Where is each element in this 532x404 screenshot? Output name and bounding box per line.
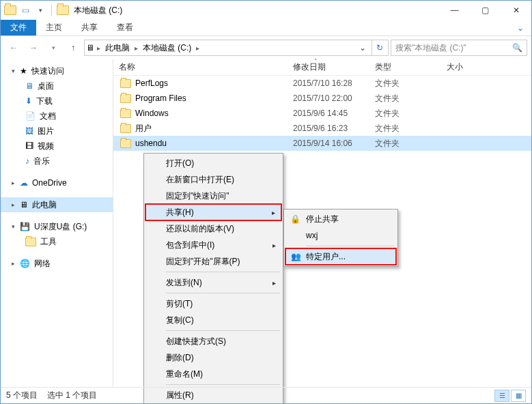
sidebar-onedrive[interactable]: ▸☁OneDrive — [1, 175, 113, 190]
file-type: 文件夹 — [369, 138, 441, 149]
ribbon-tabs: 文件 主页 共享 查看 ⌄ — [1, 20, 531, 36]
ctx-delete[interactable]: 删除(D) — [145, 349, 281, 366]
sidebar-music[interactable]: ♪音乐 — [1, 154, 113, 169]
col-date[interactable]: 修改日期 — [288, 61, 369, 73]
nav-pane: ▾★快速访问 🖥桌面 ⬇下载 📄文档 🖼图片 🎞视频 ♪音乐 ▸☁OneDriv… — [1, 59, 113, 387]
ctx-share-wxj[interactable]: wxj — [285, 227, 396, 244]
nav-up-icon[interactable]: ↑ — [64, 39, 82, 57]
chevron-right-icon[interactable]: ▸ — [97, 44, 100, 52]
folder-icon — [120, 79, 131, 88]
sort-indicator-icon: ˄ — [314, 58, 318, 65]
file-row[interactable]: PerfLogs2015/7/10 16:28文件夹 — [113, 76, 531, 91]
status-selection: 选中 1 个项目 — [47, 390, 97, 401]
view-large-button[interactable]: ▦ — [511, 390, 526, 402]
folder-icon — [120, 94, 131, 103]
ctx-stop-sharing[interactable]: 🔒停止共享 — [285, 211, 396, 227]
pc-icon: 🖥 — [86, 43, 94, 53]
search-icon[interactable]: 🔍 — [512, 43, 522, 53]
pc-icon: 🖥 — [20, 200, 28, 210]
column-headers: 名称 修改日期 类型 大小 — [113, 59, 531, 76]
crumb-drive[interactable]: 本地磁盘 (C:) — [141, 42, 193, 54]
ctx-restore-versions[interactable]: 还原以前的版本(V) — [145, 220, 281, 237]
col-name[interactable]: 名称 — [113, 61, 288, 73]
file-row[interactable]: Windows2015/9/6 14:45文件夹 — [113, 106, 531, 121]
video-icon: 🎞 — [25, 141, 33, 151]
col-type[interactable]: 类型 — [369, 61, 441, 73]
folder-icon — [120, 124, 131, 133]
star-icon: ★ — [20, 66, 27, 76]
folder-icon — [25, 237, 36, 246]
file-type: 文件夹 — [369, 78, 441, 89]
sidebar-network[interactable]: ▸🌐网络 — [1, 256, 113, 271]
sidebar-downloads[interactable]: ⬇下载 — [1, 93, 113, 109]
file-name: Program Files — [135, 93, 186, 103]
sidebar-desktop[interactable]: 🖥桌面 — [1, 78, 113, 93]
address-dropdown-icon[interactable]: ⌄ — [356, 43, 369, 53]
ctx-specific-people[interactable]: 👥特定用户... — [285, 248, 396, 265]
file-date: 2015/7/10 22:00 — [288, 93, 369, 103]
search-input[interactable]: 搜索"本地磁盘 (C:)" 🔍 — [391, 40, 527, 56]
tab-view[interactable]: 查看 — [107, 20, 143, 35]
file-name: 用户 — [135, 123, 152, 134]
file-name: Windows — [135, 109, 169, 118]
chevron-right-icon[interactable]: ▸ — [196, 44, 199, 52]
title-bar: ▭ ▾ 本地磁盘 (C:) — ▢ ✕ — [1, 1, 531, 20]
ctx-open[interactable]: 打开(O) — [145, 155, 281, 171]
chevron-right-icon[interactable]: ▸ — [135, 44, 138, 52]
ctx-copy[interactable]: 复制(C) — [145, 312, 281, 328]
drive-icon: 💾 — [20, 222, 30, 231]
nav-row: ← → ▾ ↑ 🖥 ▸ 此电脑 ▸ 本地磁盘 (C:) ▸ ⌄ ↻ 搜索"本地磁… — [1, 36, 531, 59]
sidebar-usb-drive[interactable]: ▾💾U深度U盘 (G:) — [1, 219, 113, 234]
desktop-icon: 🖥 — [25, 81, 33, 91]
file-row[interactable]: Program Files2015/7/10 22:00文件夹 — [113, 91, 531, 106]
ctx-include-library[interactable]: 包含到库中(I)▸ — [145, 237, 281, 253]
maximize-button[interactable]: ▢ — [470, 1, 501, 20]
ctx-share[interactable]: 共享(H)▸ — [145, 204, 281, 220]
tab-share[interactable]: 共享 — [72, 20, 107, 35]
file-date: 2015/9/6 14:45 — [288, 109, 369, 118]
sidebar-videos[interactable]: 🎞视频 — [1, 139, 113, 154]
sidebar-pictures[interactable]: 🖼图片 — [1, 124, 113, 139]
ctx-cut[interactable]: 剪切(T) — [145, 295, 281, 312]
chevron-right-icon: ▸ — [272, 242, 276, 249]
music-icon: ♪ — [25, 156, 29, 166]
folder-icon — [3, 3, 17, 17]
qat-dropdown-icon[interactable]: ▾ — [33, 3, 47, 17]
folder-icon — [120, 109, 131, 118]
minimize-button[interactable]: — — [439, 1, 470, 20]
view-details-button[interactable]: ☰ — [494, 390, 509, 402]
search-placeholder: 搜索"本地磁盘 (C:)" — [395, 42, 466, 54]
props-quick-icon[interactable]: ▭ — [18, 3, 32, 17]
close-button[interactable]: ✕ — [501, 1, 531, 20]
status-count: 5 个项目 — [6, 390, 38, 401]
ribbon-expand-icon[interactable]: ⌄ — [509, 20, 531, 35]
file-tab[interactable]: 文件 — [1, 20, 36, 35]
ctx-rename[interactable]: 重命名(M) — [145, 366, 281, 382]
file-row[interactable]: 用户2015/9/6 16:23文件夹 — [113, 121, 531, 136]
sidebar-thispc[interactable]: ▸🖥此电脑 — [1, 197, 113, 212]
share-submenu: 🔒停止共享 wxj 👥特定用户... — [283, 209, 398, 267]
cloud-icon: ☁ — [20, 178, 28, 188]
picture-icon: 🖼 — [25, 126, 33, 136]
sidebar-tools-folder[interactable]: 工具 — [1, 234, 113, 249]
window-title: 本地磁盘 (C:) — [74, 5, 122, 16]
tab-home[interactable]: 主页 — [36, 20, 72, 35]
crumb-thispc[interactable]: 此电脑 — [103, 42, 132, 54]
address-bar[interactable]: 🖥 ▸ 此电脑 ▸ 本地磁盘 (C:) ▸ ⌄ ↻ — [84, 40, 389, 56]
sidebar-documents[interactable]: 📄文档 — [1, 109, 113, 124]
sidebar-quick-access[interactable]: ▾★快速访问 — [1, 63, 113, 78]
document-icon: 📄 — [25, 111, 36, 121]
refresh-icon[interactable]: ↻ — [372, 40, 387, 55]
ctx-pin-quick[interactable]: 固定到"快速访问" — [145, 188, 281, 204]
ctx-create-shortcut[interactable]: 创建快捷方式(S) — [145, 333, 281, 349]
ctx-open-new-window[interactable]: 在新窗口中打开(E) — [145, 171, 281, 188]
file-row[interactable]: ushendu2015/9/14 16:06文件夹 — [113, 136, 531, 151]
nav-forward-icon: → — [25, 39, 42, 57]
nav-back-icon[interactable]: ← — [5, 39, 23, 57]
download-icon: ⬇ — [25, 96, 32, 106]
file-date: 2015/7/10 16:28 — [288, 78, 369, 88]
ctx-send-to[interactable]: 发送到(N)▸ — [145, 274, 281, 291]
nav-recent-icon[interactable]: ▾ — [44, 39, 62, 57]
col-size[interactable]: 大小 — [441, 61, 531, 73]
ctx-pin-start[interactable]: 固定到"开始"屏幕(P) — [145, 253, 281, 270]
